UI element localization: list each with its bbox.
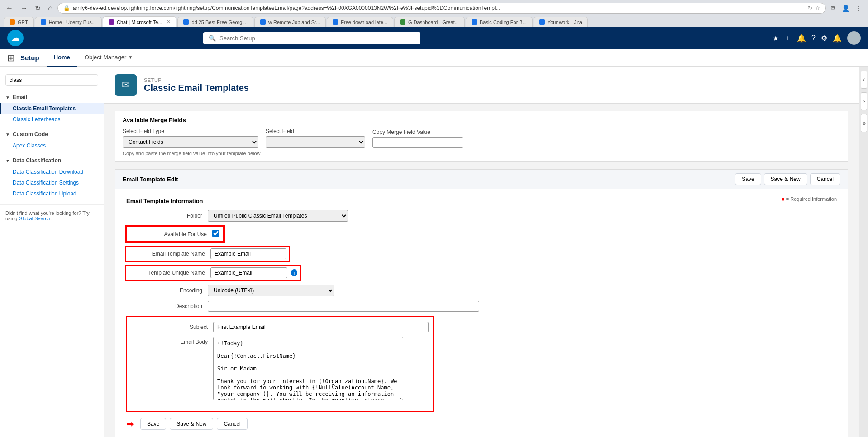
form-actions-top: Save Save & New Cancel: [735, 173, 840, 185]
info-icon[interactable]: i: [291, 269, 297, 276]
tab-chat[interactable]: Chat | Microsoft Te... ✕: [103, 16, 176, 27]
save-button-top[interactable]: Save: [735, 173, 761, 185]
email-body-label: Email Body: [132, 337, 213, 345]
star-icon: ☆: [815, 5, 820, 11]
sidebar-search-input[interactable]: [5, 74, 98, 86]
subject-input[interactable]: [213, 322, 429, 332]
sidebar-item-data-classification-upload[interactable]: Data Classification Upload: [0, 188, 104, 199]
menu-button[interactable]: ⋮: [854, 4, 864, 13]
required-info-text: = Required Information: [786, 196, 837, 202]
sidebar-section-data-classification-header[interactable]: ▼ Data Classification: [0, 155, 104, 166]
sidebar-section-data-classification-title: Data Classification: [13, 157, 61, 164]
folder-select[interactable]: Unfiled Public Classic Email Templates M…: [208, 210, 348, 222]
reload-button[interactable]: ↻: [33, 3, 43, 14]
global-search-link[interactable]: Global Search: [19, 216, 50, 221]
merge-fields-title: Available Merge Fields: [123, 117, 840, 124]
template-name-label: Email Template Name: [129, 251, 210, 257]
sidebar-hint-period: .: [50, 216, 52, 221]
sidebar-item-label-apex: Apex Classes: [13, 142, 46, 149]
unique-name-label: Template Unique Name: [129, 270, 210, 276]
extensions-button[interactable]: ⧉: [829, 4, 838, 13]
folder-label: Folder: [126, 213, 208, 219]
sidebar-item-classic-letterheads[interactable]: Classic Letterheads: [0, 114, 104, 125]
save-new-button-bottom[interactable]: Save & New: [170, 418, 213, 430]
settings-icon[interactable]: ⚙: [821, 34, 827, 43]
save-new-button-top[interactable]: Save & New: [764, 173, 807, 185]
tab-dashboard[interactable]: G Dashboard - Great...: [394, 17, 465, 27]
form-body: Email Template Information ■ = Required …: [115, 189, 848, 437]
sidebar-section-custom-code: ▼ Custom Code Apex Classes: [0, 127, 104, 153]
tab-georgia[interactable]: dd 25 Best Free Georgi...: [177, 17, 253, 27]
tab-close-chat[interactable]: ✕: [167, 19, 171, 25]
notification-icon[interactable]: 🔔: [833, 34, 842, 43]
folder-control: Unfiled Public Classic Email Templates M…: [208, 210, 837, 222]
email-body-control: {!Today} Dear{!Contact.FirstName} Sir or…: [213, 337, 429, 402]
home-button[interactable]: ⌂: [46, 3, 55, 13]
user-avatar[interactable]: [847, 31, 861, 45]
tab-udemy[interactable]: Home | Udemy Bus...: [35, 17, 102, 27]
merge-fields-box: Available Merge Fields Select Field Type…: [115, 111, 848, 162]
back-button[interactable]: ←: [4, 3, 15, 13]
sidebar-section-email-header[interactable]: ▼ Email: [0, 91, 104, 103]
favorites-icon[interactable]: ★: [773, 34, 779, 43]
cancel-button-bottom[interactable]: Cancel: [217, 418, 247, 430]
sidebar-item-data-classification-settings[interactable]: Data Classification Settings: [0, 177, 104, 188]
tab-label-coding: Basic Coding For B...: [480, 19, 527, 25]
field-type-label: Select Field Type: [123, 128, 258, 134]
side-panel-icon-btn[interactable]: ⊕: [861, 114, 867, 132]
available-for-use-checkbox[interactable]: [212, 230, 219, 237]
cancel-button-top[interactable]: Cancel: [810, 173, 840, 185]
template-name-input[interactable]: [210, 248, 286, 259]
forward-button[interactable]: →: [18, 3, 30, 13]
info-section-title: Email Template Information: [126, 198, 203, 204]
form-section: Email Template Edit Save Save & New Canc…: [115, 169, 848, 437]
page-header-title: Classic Email Templates: [144, 83, 249, 93]
field-select[interactable]: [266, 136, 365, 148]
merge-fields-hint: Copy and paste the merge field value int…: [123, 151, 840, 156]
side-panel-expand-btn[interactable]: >: [861, 92, 867, 110]
tab-favicon-gpt: [10, 19, 15, 25]
sidebar-item-data-classification-download[interactable]: Data Classification Download: [0, 166, 104, 177]
copy-field-input[interactable]: [372, 137, 463, 148]
sidebar-item-apex-classes[interactable]: Apex Classes: [0, 140, 104, 151]
form-row-folder: Folder Unfiled Public Classic Email Temp…: [126, 210, 837, 222]
sidebar-section-custom-code-header[interactable]: ▼ Custom Code: [0, 128, 104, 140]
tab-favicon-remote: [260, 19, 266, 25]
nav-tab-object-manager[interactable]: Object Manager ▼: [77, 49, 140, 67]
side-panel-collapse-btn[interactable]: <: [861, 71, 867, 89]
required-info: ■ = Required Information: [782, 196, 837, 202]
save-button-bottom[interactable]: Save: [140, 418, 166, 430]
add-icon[interactable]: ＋: [784, 33, 792, 43]
subject-control: [213, 322, 429, 332]
tab-label-chat: Chat | Microsoft Te...: [117, 19, 162, 25]
content-area: Available Merge Fields Select Field Type…: [104, 104, 859, 437]
field-type-select[interactable]: Contact Fields: [123, 136, 258, 148]
encoding-select[interactable]: Unicode (UTF-8) ISO-8859-1 UTF-16: [208, 285, 334, 296]
description-input[interactable]: [208, 301, 479, 312]
tab-gpt[interactable]: GPT: [4, 17, 34, 27]
nav-tab-home[interactable]: Home: [47, 49, 77, 67]
tab-favicon-jira: [539, 19, 545, 25]
tab-label-freedl: Free download late...: [341, 19, 387, 25]
copy-label: Copy Merge Field Value: [372, 129, 463, 135]
chevron-icon-custom-code: ▼: [5, 132, 10, 137]
account-button[interactable]: 👤: [839, 4, 852, 13]
form-row-encoding: Encoding Unicode (UTF-8) ISO-8859-1 UTF-…: [126, 285, 837, 296]
help-icon[interactable]: ?: [811, 34, 816, 42]
sidebar-item-classic-email-templates[interactable]: Classic Email Templates: [0, 103, 104, 114]
url-bar[interactable]: 🔒 arrify6-dev-ed.develop.lightning.force…: [57, 3, 826, 14]
header-search-input[interactable]: [219, 35, 415, 42]
page-header-text: SETUP Classic Email Templates: [144, 77, 249, 93]
tab-jira[interactable]: Your work - Jira: [534, 17, 588, 27]
tab-remote[interactable]: w Remote Job and St...: [254, 17, 326, 27]
tab-free-download[interactable]: Free download late...: [327, 17, 393, 27]
unique-name-input[interactable]: [210, 267, 287, 278]
app-name: Setup: [20, 54, 39, 62]
sidebar-item-label-dc-settings: Data Classification Settings: [13, 180, 79, 186]
chevron-icon-email: ▼: [5, 95, 10, 100]
description-control: [208, 301, 837, 312]
bell-icon[interactable]: 🔔: [797, 34, 806, 43]
app-grid-icon[interactable]: ⊞: [7, 52, 15, 63]
tab-coding[interactable]: Basic Coding For B...: [466, 17, 533, 27]
email-body-textarea[interactable]: {!Today} Dear{!Contact.FirstName} Sir or…: [213, 337, 403, 400]
